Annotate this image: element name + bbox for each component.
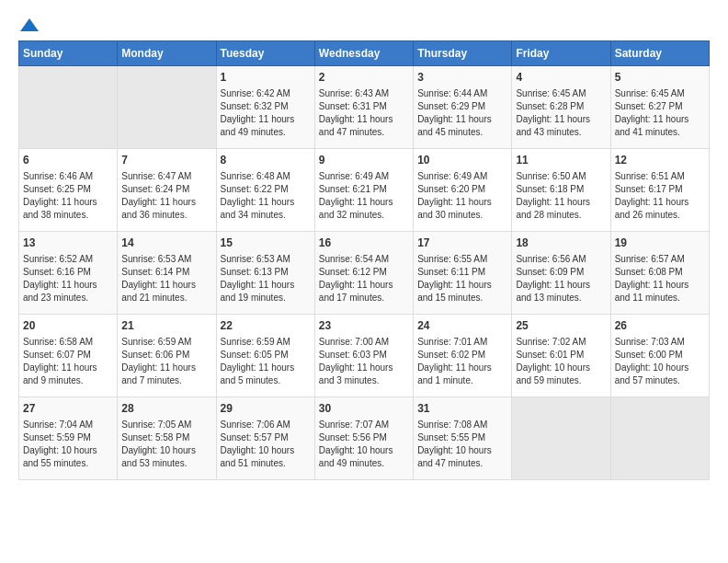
calendar-cell: 24Sunrise: 7:01 AMSunset: 6:02 PMDayligh… (414, 315, 512, 397)
day-number: 18 (516, 236, 606, 251)
calendar-cell: 22Sunrise: 6:59 AMSunset: 6:05 PMDayligh… (216, 315, 314, 397)
calendar-cell: 12Sunrise: 6:51 AMSunset: 6:17 PMDayligh… (610, 149, 709, 232)
header-monday: Monday (118, 41, 216, 66)
calendar-cell: 1Sunrise: 6:42 AMSunset: 6:32 PMDaylight… (216, 66, 314, 149)
header-thursday: Thursday (414, 41, 512, 66)
calendar-cell: 31Sunrise: 7:08 AMSunset: 5:55 PMDayligh… (414, 397, 512, 480)
day-number: 20 (23, 318, 113, 334)
cell-sun-info: Sunrise: 6:53 AMSunset: 6:14 PMDaylight:… (121, 253, 211, 304)
calendar-cell: 19Sunrise: 6:57 AMSunset: 6:08 PMDayligh… (610, 232, 709, 315)
calendar-cell: 15Sunrise: 6:53 AMSunset: 6:13 PMDayligh… (216, 232, 314, 315)
cell-sun-info: Sunrise: 6:52 AMSunset: 6:16 PMDaylight:… (23, 253, 113, 304)
day-number: 9 (319, 153, 409, 168)
cell-sun-info: Sunrise: 6:43 AMSunset: 6:31 PMDaylight:… (319, 87, 409, 139)
calendar-header-row: SundayMondayTuesdayWednesdayThursdayFrid… (19, 41, 710, 66)
week-row-2: 6Sunrise: 6:46 AMSunset: 6:25 PMDaylight… (19, 149, 710, 232)
calendar-cell: 3Sunrise: 6:44 AMSunset: 6:29 PMDaylight… (414, 66, 512, 149)
day-number: 15 (221, 236, 311, 251)
calendar-cell (19, 66, 118, 149)
cell-sun-info: Sunrise: 6:42 AMSunset: 6:32 PMDaylight:… (221, 87, 311, 139)
cell-sun-info: Sunrise: 7:01 AMSunset: 6:02 PMDaylight:… (417, 336, 507, 387)
week-row-5: 27Sunrise: 7:04 AMSunset: 5:59 PMDayligh… (19, 397, 710, 480)
calendar-cell: 9Sunrise: 6:49 AMSunset: 6:21 PMDaylight… (314, 149, 413, 232)
day-number: 30 (319, 401, 409, 417)
svg-marker-0 (20, 18, 39, 31)
header-friday: Friday (512, 41, 610, 66)
cell-sun-info: Sunrise: 7:07 AMSunset: 5:56 PMDaylight:… (319, 419, 409, 470)
calendar-cell: 30Sunrise: 7:07 AMSunset: 5:56 PMDayligh… (314, 397, 413, 480)
calendar-cell: 14Sunrise: 6:53 AMSunset: 6:14 PMDayligh… (118, 232, 216, 315)
cell-sun-info: Sunrise: 6:49 AMSunset: 6:21 PMDaylight:… (319, 170, 409, 222)
calendar-cell: 29Sunrise: 7:06 AMSunset: 5:57 PMDayligh… (216, 397, 314, 480)
day-number: 12 (615, 153, 705, 168)
calendar-cell: 20Sunrise: 6:58 AMSunset: 6:07 PMDayligh… (19, 315, 118, 397)
cell-sun-info: Sunrise: 7:00 AMSunset: 6:03 PMDaylight:… (319, 336, 409, 387)
cell-sun-info: Sunrise: 6:54 AMSunset: 6:12 PMDaylight:… (319, 253, 409, 304)
day-number: 6 (23, 153, 113, 168)
cell-sun-info: Sunrise: 6:58 AMSunset: 6:07 PMDaylight:… (23, 336, 113, 387)
day-number: 22 (221, 318, 311, 334)
calendar-cell: 17Sunrise: 6:55 AMSunset: 6:11 PMDayligh… (414, 232, 512, 315)
cell-sun-info: Sunrise: 6:44 AMSunset: 6:29 PMDaylight:… (417, 87, 507, 139)
day-number: 7 (121, 153, 211, 168)
cell-sun-info: Sunrise: 6:56 AMSunset: 6:09 PMDaylight:… (516, 253, 606, 304)
cell-sun-info: Sunrise: 6:59 AMSunset: 6:05 PMDaylight:… (221, 336, 311, 387)
cell-sun-info: Sunrise: 7:03 AMSunset: 6:00 PMDaylight:… (615, 336, 705, 387)
day-number: 16 (319, 236, 409, 251)
cell-sun-info: Sunrise: 6:49 AMSunset: 6:20 PMDaylight:… (417, 170, 507, 222)
day-number: 17 (417, 236, 507, 251)
day-number: 29 (221, 401, 311, 417)
calendar-cell: 28Sunrise: 7:05 AMSunset: 5:58 PMDayligh… (118, 397, 216, 480)
calendar-cell: 21Sunrise: 6:59 AMSunset: 6:06 PMDayligh… (118, 315, 216, 397)
logo (18, 18, 39, 31)
calendar-cell: 11Sunrise: 6:50 AMSunset: 6:18 PMDayligh… (512, 149, 610, 232)
calendar-table: SundayMondayTuesdayWednesdayThursdayFrid… (18, 40, 710, 480)
day-number: 31 (417, 401, 507, 417)
day-number: 4 (516, 70, 606, 86)
calendar-cell (512, 397, 610, 480)
day-number: 27 (23, 401, 113, 417)
calendar-cell: 26Sunrise: 7:03 AMSunset: 6:00 PMDayligh… (610, 315, 709, 397)
header-wednesday: Wednesday (314, 41, 413, 66)
calendar-cell: 8Sunrise: 6:48 AMSunset: 6:22 PMDaylight… (216, 149, 314, 232)
calendar-cell: 25Sunrise: 7:02 AMSunset: 6:01 PMDayligh… (512, 315, 610, 397)
calendar-cell: 5Sunrise: 6:45 AMSunset: 6:27 PMDaylight… (610, 66, 709, 149)
cell-sun-info: Sunrise: 6:51 AMSunset: 6:17 PMDaylight:… (615, 170, 705, 222)
day-number: 8 (221, 153, 311, 168)
calendar-cell: 10Sunrise: 6:49 AMSunset: 6:20 PMDayligh… (414, 149, 512, 232)
cell-sun-info: Sunrise: 6:46 AMSunset: 6:25 PMDaylight:… (23, 170, 113, 222)
cell-sun-info: Sunrise: 6:59 AMSunset: 6:06 PMDaylight:… (121, 336, 211, 387)
day-number: 19 (615, 236, 705, 251)
day-number: 2 (319, 70, 409, 86)
day-number: 25 (516, 318, 606, 334)
day-number: 21 (121, 318, 211, 334)
day-number: 5 (615, 70, 705, 86)
cell-sun-info: Sunrise: 7:04 AMSunset: 5:59 PMDaylight:… (23, 419, 113, 470)
header-sunday: Sunday (19, 41, 118, 66)
cell-sun-info: Sunrise: 6:48 AMSunset: 6:22 PMDaylight:… (221, 170, 311, 222)
calendar-cell: 13Sunrise: 6:52 AMSunset: 6:16 PMDayligh… (19, 232, 118, 315)
day-number: 24 (417, 318, 507, 334)
day-number: 1 (221, 70, 311, 86)
calendar-cell (118, 66, 216, 149)
day-number: 14 (121, 236, 211, 251)
week-row-4: 20Sunrise: 6:58 AMSunset: 6:07 PMDayligh… (19, 315, 710, 397)
cell-sun-info: Sunrise: 6:47 AMSunset: 6:24 PMDaylight:… (121, 170, 211, 222)
cell-sun-info: Sunrise: 7:05 AMSunset: 5:58 PMDaylight:… (121, 419, 211, 470)
cell-sun-info: Sunrise: 6:50 AMSunset: 6:18 PMDaylight:… (516, 170, 606, 222)
calendar-cell: 6Sunrise: 6:46 AMSunset: 6:25 PMDaylight… (19, 149, 118, 232)
cell-sun-info: Sunrise: 7:02 AMSunset: 6:01 PMDaylight:… (516, 336, 606, 387)
calendar-cell: 7Sunrise: 6:47 AMSunset: 6:24 PMDaylight… (118, 149, 216, 232)
day-number: 13 (23, 236, 113, 251)
day-number: 11 (516, 153, 606, 168)
calendar-cell: 18Sunrise: 6:56 AMSunset: 6:09 PMDayligh… (512, 232, 610, 315)
day-number: 23 (319, 318, 409, 334)
cell-sun-info: Sunrise: 6:53 AMSunset: 6:13 PMDaylight:… (221, 253, 311, 304)
header-saturday: Saturday (610, 41, 709, 66)
calendar-cell: 16Sunrise: 6:54 AMSunset: 6:12 PMDayligh… (314, 232, 413, 315)
calendar-cell: 23Sunrise: 7:00 AMSunset: 6:03 PMDayligh… (314, 315, 413, 397)
cell-sun-info: Sunrise: 7:08 AMSunset: 5:55 PMDaylight:… (417, 419, 507, 470)
logo-icon (20, 18, 39, 31)
page-header (18, 18, 710, 31)
calendar-cell: 27Sunrise: 7:04 AMSunset: 5:59 PMDayligh… (19, 397, 118, 480)
